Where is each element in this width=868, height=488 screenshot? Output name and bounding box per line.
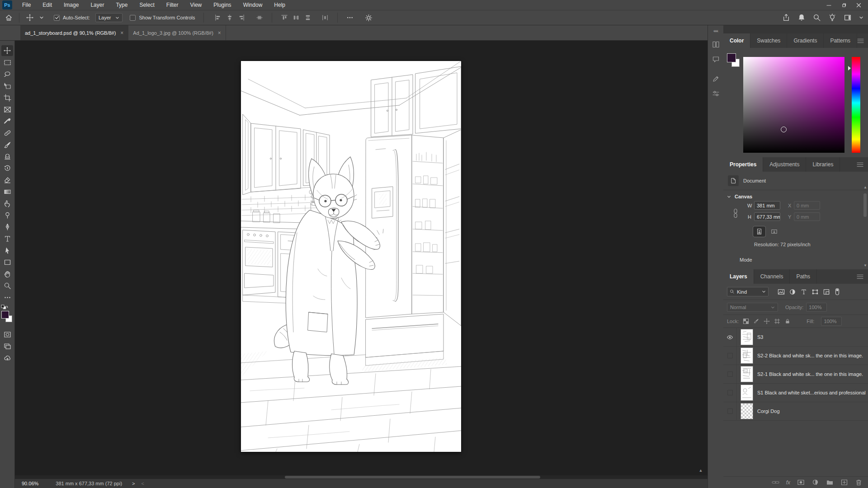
horizontal-scrollbar-thumb[interactable] <box>285 476 540 479</box>
lock-position-icon[interactable] <box>764 318 770 324</box>
zoom-level-field[interactable]: 90.06% <box>22 481 38 486</box>
show-transform-checkbox[interactable] <box>130 15 136 21</box>
filter-smart-objects-icon[interactable] <box>823 288 830 296</box>
opacity-field[interactable]: 100% <box>806 303 827 312</box>
menu-type[interactable]: Type <box>116 2 127 8</box>
comments-panel-icon[interactable] <box>712 56 720 63</box>
layer-visibility-toggle[interactable] <box>723 384 737 402</box>
canvas-section-chevron-icon[interactable] <box>727 195 731 199</box>
close-window-button[interactable] <box>856 2 862 8</box>
history-panel-icon[interactable] <box>712 41 720 48</box>
menu-window[interactable]: Window <box>243 2 263 8</box>
orientation-portrait-button[interactable] <box>753 226 765 237</box>
more-tools-button[interactable] <box>1 292 13 303</box>
canvas-area[interactable] <box>15 41 708 475</box>
layer-name[interactable]: S1 Black and white sket...erious and pro… <box>757 390 866 395</box>
align-center-horizontal-icon[interactable] <box>224 12 236 23</box>
add-layer-mask-icon[interactable] <box>797 479 805 486</box>
default-colors-icon[interactable] <box>1 305 8 310</box>
tab-layers[interactable]: Layers <box>723 269 754 284</box>
new-group-folder-icon[interactable] <box>826 479 834 486</box>
color-cursor[interactable] <box>781 127 787 132</box>
menu-edit[interactable]: Edit <box>42 2 52 8</box>
status-chevron-left-icon[interactable]: < <box>141 481 144 486</box>
tab-gradients[interactable]: Gradients <box>787 33 824 48</box>
tab-color[interactable]: Color <box>723 33 750 48</box>
eraser-tool[interactable] <box>1 174 13 185</box>
layer-visibility-toggle[interactable] <box>723 365 737 384</box>
lock-image-pixels-icon[interactable] <box>753 318 760 324</box>
foreground-color-swatch[interactable] <box>1 311 9 319</box>
smudge-tool[interactable] <box>1 198 13 209</box>
distribute-spacing-icon[interactable] <box>319 12 331 23</box>
type-tool[interactable] <box>1 233 13 244</box>
cloud-sync-icon[interactable] <box>1 352 13 363</box>
auto-select-target-dropdown[interactable]: Layer <box>95 13 123 22</box>
filter-shape-layers-icon[interactable] <box>811 288 819 296</box>
filter-pixel-layers-icon[interactable] <box>778 288 785 296</box>
canvas-scroll-up-icon[interactable]: ▲ <box>698 468 704 474</box>
layer-thumbnail[interactable] <box>741 329 753 345</box>
lock-transparent-pixels-icon[interactable] <box>743 318 749 324</box>
layer-thumbnail[interactable] <box>741 404 753 419</box>
canvas-height-field[interactable]: 677,33 mm <box>754 212 780 221</box>
align-right-icon[interactable] <box>236 12 247 23</box>
link-layers-icon[interactable] <box>772 479 779 486</box>
move-tool[interactable] <box>1 45 13 56</box>
layer-name[interactable]: S2-1 Black and white sk... the one in th… <box>757 371 863 377</box>
status-chevron-right-icon[interactable]: > <box>132 481 135 486</box>
rectangle-tool[interactable] <box>1 257 13 267</box>
layer-visibility-toggle[interactable] <box>723 402 737 421</box>
discover-lightbulb-icon[interactable] <box>828 14 836 22</box>
layer-row-s1[interactable]: S1 Black and white sket...erious and pro… <box>723 384 868 402</box>
layer-name[interactable]: S3 <box>757 334 763 340</box>
path-selection-tool[interactable] <box>1 245 13 256</box>
layer-row-s3[interactable]: S3 <box>723 328 868 347</box>
layer-name[interactable]: Corgi Dog <box>757 408 780 414</box>
clone-stamp-tool[interactable] <box>1 151 13 162</box>
menu-view[interactable]: View <box>190 2 202 8</box>
document-tab-storyboard[interactable]: ad_1_storyboard.psd @ 90,1% (RGB/8#) × <box>20 25 128 40</box>
distribute-vertical-icon[interactable] <box>302 12 314 23</box>
properties-scrollbar[interactable] <box>863 190 867 267</box>
layer-row-corgi-dog[interactable]: Corgi Dog <box>723 402 868 421</box>
more-options-icon[interactable] <box>344 12 356 23</box>
tool-preset-chevron-icon[interactable] <box>36 12 47 23</box>
horizontal-scrollbar[interactable] <box>15 475 708 479</box>
object-selection-tool[interactable] <box>1 80 13 91</box>
menu-filter[interactable]: Filter <box>166 2 179 8</box>
workspace-switcher-icon[interactable] <box>844 14 852 22</box>
tab-channels[interactable]: Channels <box>754 269 790 284</box>
lasso-tool[interactable] <box>1 69 13 80</box>
filter-type-layers-icon[interactable] <box>800 288 807 296</box>
hue-slider[interactable] <box>852 57 860 153</box>
tab-adjustments[interactable]: Adjustments <box>763 157 806 172</box>
fill-field[interactable]: 100% <box>821 317 842 326</box>
tab-properties[interactable]: Properties <box>723 157 763 172</box>
new-layer-icon[interactable] <box>840 479 848 486</box>
align-vertical-centers-icon[interactable] <box>254 12 265 23</box>
adjustments-sliders-icon[interactable] <box>712 90 720 98</box>
align-top-icon[interactable] <box>278 12 290 23</box>
tab-libraries[interactable]: Libraries <box>806 157 840 172</box>
eyedropper-tool[interactable] <box>1 116 13 127</box>
rectangular-marquee-tool[interactable] <box>1 57 13 68</box>
lock-all-icon[interactable] <box>784 318 791 324</box>
gradient-tool[interactable] <box>1 186 13 197</box>
canvas-x-field[interactable]: 0 mm <box>794 201 820 210</box>
layer-row-s2-2[interactable]: S2-2 Black and white sk... the one in th… <box>723 347 868 365</box>
close-tab-icon[interactable]: × <box>218 30 221 36</box>
lock-artboard-icon[interactable] <box>774 318 780 324</box>
scroll-down-icon[interactable]: ▼ <box>863 263 867 267</box>
frame-tool[interactable] <box>1 104 13 115</box>
layer-visibility-toggle[interactable] <box>723 347 737 365</box>
close-tab-icon[interactable]: × <box>120 30 123 36</box>
blend-mode-dropdown[interactable]: Normal <box>727 303 778 312</box>
screen-mode-button[interactable] <box>1 341 13 352</box>
history-brush-tool[interactable] <box>1 163 13 174</box>
layers-panel-menu-icon[interactable] <box>857 269 868 284</box>
layer-row-s2-1[interactable]: S2-1 Black and white sk... the one in th… <box>723 365 868 384</box>
filter-adjustment-layers-icon[interactable] <box>789 288 796 296</box>
distribute-horizontal-icon[interactable] <box>290 12 302 23</box>
hue-slider-marker[interactable] <box>848 66 851 70</box>
